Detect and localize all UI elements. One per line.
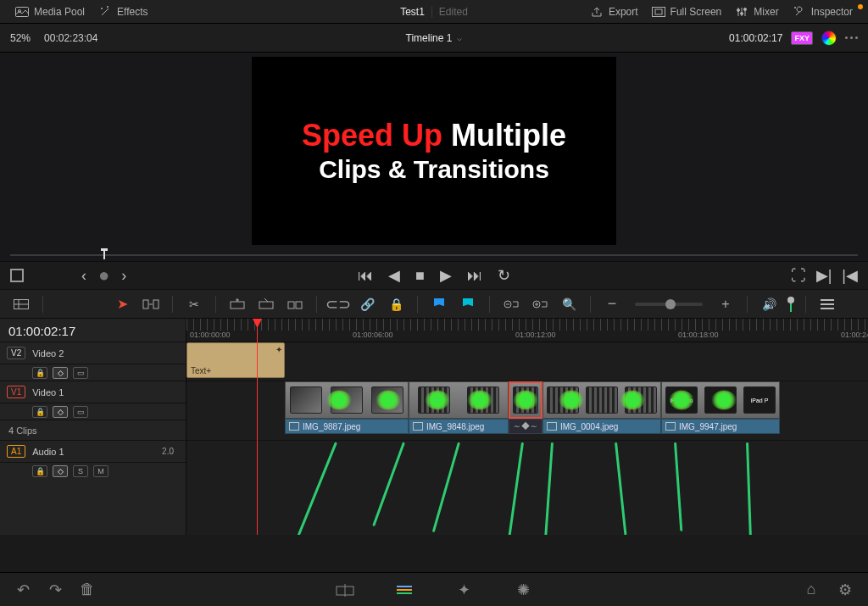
- zoom-percent[interactable]: 52%: [10, 32, 31, 44]
- selection-arrow-icon[interactable]: ➤: [111, 293, 133, 315]
- color-page-icon[interactable]: ✺: [514, 581, 532, 598]
- undo-icon[interactable]: ↶: [14, 581, 32, 598]
- volume-icon[interactable]: 🔊: [758, 293, 780, 315]
- next-edit-icon[interactable]: ›: [121, 268, 126, 283]
- go-start-icon[interactable]: ⏮: [358, 268, 373, 283]
- trim-tool-icon[interactable]: [140, 293, 162, 315]
- viewer-scrubber[interactable]: [0, 249, 868, 261]
- solo-button[interactable]: S: [73, 465, 88, 477]
- overwrite-clip-icon[interactable]: [255, 293, 277, 315]
- snap-magnet-icon[interactable]: ⊂⊃: [327, 293, 349, 315]
- timeline-layout-icon[interactable]: [10, 293, 32, 315]
- clip-label[interactable]: IMG_9848.jpeg: [409, 419, 509, 434]
- zoom-out-minus-icon[interactable]: −: [601, 293, 623, 315]
- play-icon[interactable]: ▶: [440, 268, 452, 283]
- play-reverse-icon[interactable]: ◀: [388, 268, 400, 283]
- blade-cut-icon[interactable]: ✂: [183, 293, 205, 315]
- track-header-v1[interactable]: V1 Video 1: [0, 381, 186, 403]
- link-icon[interactable]: 🔗: [356, 293, 378, 315]
- export-button[interactable]: Export: [583, 6, 645, 18]
- track-lane-v1[interactable]: iPad Pro iPad P IMG_9887.jpeg IMG_9848.j…: [186, 381, 868, 441]
- zoom-in-range-icon[interactable]: [529, 293, 551, 315]
- ipad-thumb: iPad P: [743, 386, 776, 414]
- current-timecode[interactable]: 01:00:02:17: [729, 32, 782, 44]
- media-pool-button[interactable]: Media Pool: [8, 6, 92, 18]
- video-clip[interactable]: [285, 381, 409, 419]
- replace-clip-icon[interactable]: [284, 293, 306, 315]
- clip-label[interactable]: IMG_0004.jpeg: [542, 419, 661, 434]
- lock-icon[interactable]: 🔒: [385, 293, 407, 315]
- next-clip-icon[interactable]: ▶|: [816, 268, 832, 283]
- mixer-button[interactable]: Mixer: [728, 6, 785, 18]
- track-lock-v2-icon[interactable]: 🔒: [32, 367, 47, 379]
- timeline-options-icon[interactable]: [816, 293, 838, 315]
- transition-label[interactable]: ～◆～: [509, 419, 542, 434]
- track-autoselect-v2-icon[interactable]: ◇: [53, 367, 68, 379]
- marker-flag-cyan-icon[interactable]: [457, 293, 479, 315]
- match-frame-icon[interactable]: ⛶: [791, 268, 806, 283]
- zoom-out-range-icon[interactable]: [500, 293, 522, 315]
- video-clip[interactable]: iPad Pro iPad P: [661, 381, 780, 419]
- playhead[interactable]: [257, 319, 258, 535]
- cut-page-icon[interactable]: [336, 581, 354, 598]
- track-autoselect-a1-icon[interactable]: ◇: [53, 465, 68, 477]
- audio-level-indicator[interactable]: [787, 297, 795, 312]
- scrub-handle[interactable]: [103, 251, 105, 259]
- viewer-frame[interactable]: Speed Up Multiple Clips & Transitions: [252, 57, 616, 245]
- text-clip[interactable]: Text+ ✦: [186, 342, 285, 378]
- track-autoselect-v1-icon[interactable]: ◇: [53, 406, 68, 418]
- timeline-name-dropdown[interactable]: Timeline 1 ⌵: [406, 32, 463, 44]
- transition-clip[interactable]: [509, 381, 542, 419]
- loop-icon[interactable]: ↻: [498, 268, 510, 283]
- home-icon[interactable]: ⌂: [802, 581, 821, 598]
- zoom-tool-icon[interactable]: 🔍: [558, 293, 580, 315]
- delete-trash-icon[interactable]: 🗑: [78, 581, 97, 598]
- track-name-a1: Audio 1: [32, 447, 64, 457]
- zoom-in-plus-icon[interactable]: +: [715, 293, 737, 315]
- track-badge-v2: V2: [7, 347, 25, 359]
- overflow-menu-icon[interactable]: [845, 36, 858, 39]
- notification-dot-icon: [858, 4, 863, 9]
- track-header-v2[interactable]: V2 Video 2: [0, 342, 186, 364]
- effects-button[interactable]: Effects: [92, 6, 154, 18]
- mute-button[interactable]: M: [93, 465, 108, 477]
- svg-point-5: [741, 12, 743, 14]
- track-enable-v2-icon[interactable]: ▭: [73, 367, 88, 379]
- zoom-knob[interactable]: [665, 299, 676, 309]
- edit-page-icon[interactable]: [395, 581, 414, 598]
- time-ruler[interactable]: 01:00:00:00 01:00:06:00 01:00:12:00 01:0…: [186, 319, 868, 342]
- record-dot-icon[interactable]: ●: [98, 266, 109, 285]
- inspector-button[interactable]: Inspector: [786, 6, 860, 18]
- clip-label[interactable]: IMG_9887.jpeg: [285, 419, 409, 434]
- go-end-icon[interactable]: ⏭: [467, 268, 482, 283]
- insert-clip-icon[interactable]: [226, 293, 248, 315]
- zoom-slider[interactable]: [635, 303, 703, 306]
- track-header-a1[interactable]: A1 Audio 1 2.0: [0, 441, 186, 463]
- redo-icon[interactable]: ↷: [46, 581, 64, 598]
- fxy-badge[interactable]: FXY: [791, 31, 813, 45]
- master-timecode[interactable]: 01:00:02:17: [0, 319, 186, 342]
- track-lane-v2[interactable]: Text+ ✦: [186, 342, 868, 381]
- video-clip[interactable]: [542, 381, 661, 419]
- prev-edit-icon[interactable]: ‹: [81, 268, 86, 283]
- export-icon: [590, 6, 604, 18]
- clip-label[interactable]: IMG_9947.jpeg: [661, 419, 780, 434]
- prev-clip-icon[interactable]: |◀: [842, 268, 858, 283]
- video-clip[interactable]: [409, 381, 509, 419]
- color-wheel-icon[interactable]: [821, 31, 837, 46]
- timeline-tracks[interactable]: 01:00:00:00 01:00:06:00 01:00:12:00 01:0…: [186, 319, 868, 535]
- track-enable-v1-icon[interactable]: ▭: [73, 406, 88, 418]
- ruler-tick: 01:00:18:00: [678, 331, 719, 339]
- fullscreen-button[interactable]: Full Screen: [645, 6, 729, 18]
- clip-label-row: IMG_9887.jpeg IMG_9848.jpeg ～◆～ IMG_0004…: [285, 419, 780, 436]
- track-lock-a1-icon[interactable]: 🔒: [32, 465, 47, 477]
- fusion-page-icon[interactable]: ✦: [454, 581, 473, 598]
- duration-timecode[interactable]: 00:02:23:04: [44, 32, 97, 44]
- track-lane-a1[interactable]: [186, 441, 868, 480]
- settings-gear-icon[interactable]: ⚙: [836, 581, 854, 598]
- marker-flag-blue-icon[interactable]: [428, 293, 450, 315]
- text-clip-label: Text+: [191, 366, 211, 375]
- stop-icon[interactable]: ■: [415, 268, 425, 283]
- crop-tool-icon[interactable]: [10, 269, 24, 282]
- track-lock-v1-icon[interactable]: 🔒: [32, 406, 47, 418]
